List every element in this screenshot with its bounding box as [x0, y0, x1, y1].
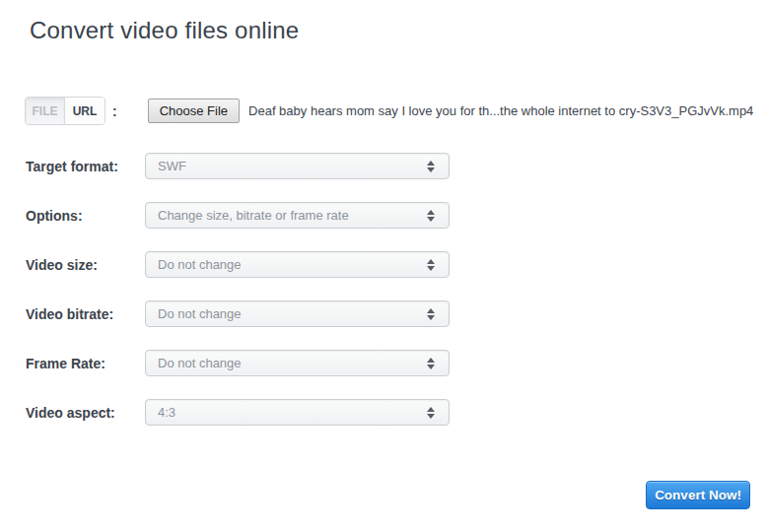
- form-row-video-bitrate: Video bitrate: Do not change: [26, 300, 450, 327]
- convert-now-button[interactable]: Convert Now!: [646, 481, 750, 509]
- toggle-colon: :: [112, 103, 117, 119]
- video-aspect-value: 4:3: [158, 405, 175, 420]
- updown-arrows-icon: [427, 358, 435, 369]
- updown-arrows-icon: [427, 259, 435, 271]
- choose-file-button[interactable]: Choose File: [148, 99, 240, 123]
- form-row-options: Options: Change size, bitrate or frame r…: [26, 202, 450, 229]
- convert-page: Convert video files online FILE URL : Ch…: [0, 0, 767, 532]
- video-aspect-label: Video aspect:: [26, 405, 145, 421]
- updown-arrows-icon: [427, 161, 435, 172]
- video-size-select[interactable]: Do not change: [145, 251, 450, 278]
- target-format-select[interactable]: SWF: [145, 153, 450, 179]
- target-format-value: SWF: [158, 159, 186, 173]
- form-row-video-aspect: Video aspect: 4:3: [26, 399, 450, 426]
- video-size-value: Do not change: [158, 257, 242, 272]
- frame-rate-value: Do not change: [158, 356, 242, 370]
- form-row-frame-rate: Frame Rate: Do not change: [26, 350, 450, 376]
- options-label: Options:: [26, 208, 145, 224]
- video-aspect-select[interactable]: 4:3: [145, 399, 450, 426]
- source-toggle: FILE URL: [25, 97, 105, 125]
- frame-rate-select[interactable]: Do not change: [145, 350, 450, 376]
- upload-row: FILE URL : Choose File Deaf baby hears m…: [25, 97, 753, 125]
- target-format-label: Target format:: [26, 159, 145, 174]
- frame-rate-label: Frame Rate:: [26, 356, 145, 371]
- form-row-target-format: Target format: SWF: [26, 153, 450, 179]
- options-value: Change size, bitrate or frame rate: [158, 208, 349, 223]
- video-bitrate-select[interactable]: Do not change: [145, 300, 450, 327]
- updown-arrows-icon: [427, 308, 435, 320]
- video-bitrate-label: Video bitrate:: [26, 306, 145, 322]
- tab-file[interactable]: FILE: [26, 98, 65, 124]
- form-row-video-size: Video size: Do not change: [26, 251, 450, 278]
- updown-arrows-icon: [427, 407, 435, 419]
- video-bitrate-value: Do not change: [158, 306, 242, 321]
- tab-url[interactable]: URL: [65, 98, 105, 124]
- selected-filename: Deaf baby hears mom say I love you for t…: [248, 103, 753, 118]
- updown-arrows-icon: [427, 210, 435, 222]
- page-title: Convert video files online: [30, 17, 299, 44]
- options-select[interactable]: Change size, bitrate or frame rate: [145, 202, 450, 229]
- video-size-label: Video size:: [26, 257, 145, 273]
